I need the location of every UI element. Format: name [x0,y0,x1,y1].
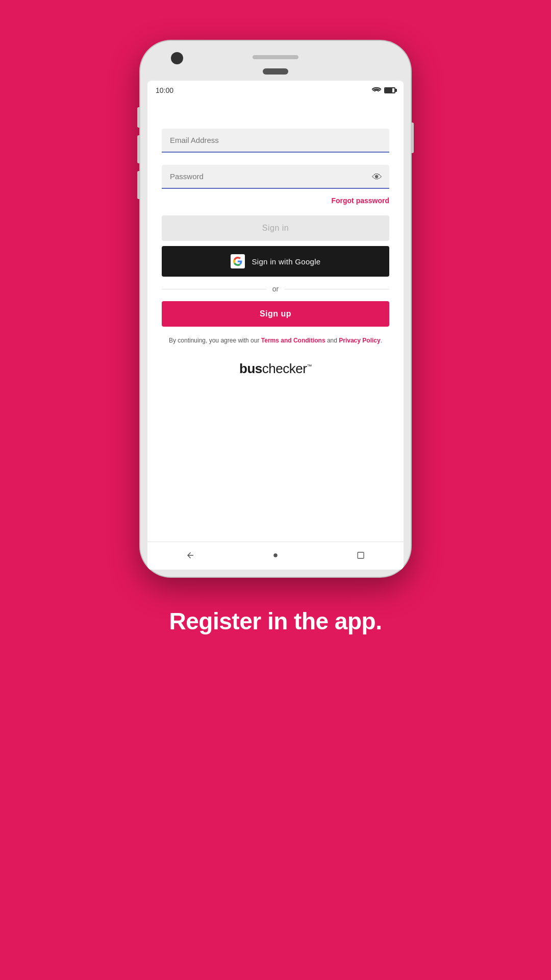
password-visibility-toggle-icon[interactable]: 👁 [372,171,382,183]
terms-prefix: By continuing, you agree with our [169,337,261,344]
google-signin-button[interactable]: Sign in with Google [162,246,389,277]
phone-fingerprint [263,68,288,75]
nav-home-button[interactable] [268,548,283,562]
terms-and: and [325,337,339,344]
logo-bus: bus [239,361,262,376]
password-input[interactable] [162,165,389,189]
google-signin-label: Sign in with Google [252,257,321,266]
signup-button[interactable]: Sign up [162,301,389,327]
terms-conditions-link[interactable]: Terms and Conditions [261,337,325,344]
status-bar: 10:00 [147,81,404,98]
app-logo: buschecker™ [239,361,312,377]
nav-bar [147,542,404,570]
logo-checker: checker [262,361,307,376]
status-time: 10:00 [156,86,173,94]
password-wrapper: 👁 [162,165,389,189]
nav-recents-button[interactable] [354,548,368,562]
terms-text: By continuing, you agree with our Terms … [169,336,382,346]
battery-icon [384,87,395,93]
privacy-policy-link[interactable]: Privacy Policy [339,337,380,344]
terms-suffix: . [381,337,382,344]
email-field-group [162,129,389,153]
phone-power-button [411,122,414,153]
svg-point-0 [273,553,278,557]
phone-volume-button-up [137,135,140,163]
password-field-group: 👁 [162,165,389,189]
forgot-password-link[interactable]: Forgot password [331,197,389,205]
phone-volume-button-top [137,107,140,128]
logo-text: buschecker™ [239,361,312,376]
phone-speaker [253,55,298,59]
signin-button[interactable]: Sign in [162,215,389,241]
or-text: or [272,285,279,293]
phone-camera [171,52,183,64]
or-divider: or [162,285,389,293]
logo-tm: ™ [307,364,312,370]
status-icons [372,87,395,94]
wifi-icon [372,87,381,94]
phone-screen: 10:00 👁 [147,81,404,570]
email-input[interactable] [162,129,389,153]
google-g-icon [231,254,245,268]
forgot-password-container: Forgot password [162,196,389,205]
svg-rect-1 [358,552,364,558]
bottom-label: Register in the app. [169,607,382,635]
app-content: 👁 Forgot password Sign in [147,98,404,542]
phone-volume-button-down [137,171,140,199]
nav-back-button[interactable] [183,548,197,562]
phone-shell: 10:00 👁 [140,41,411,577]
